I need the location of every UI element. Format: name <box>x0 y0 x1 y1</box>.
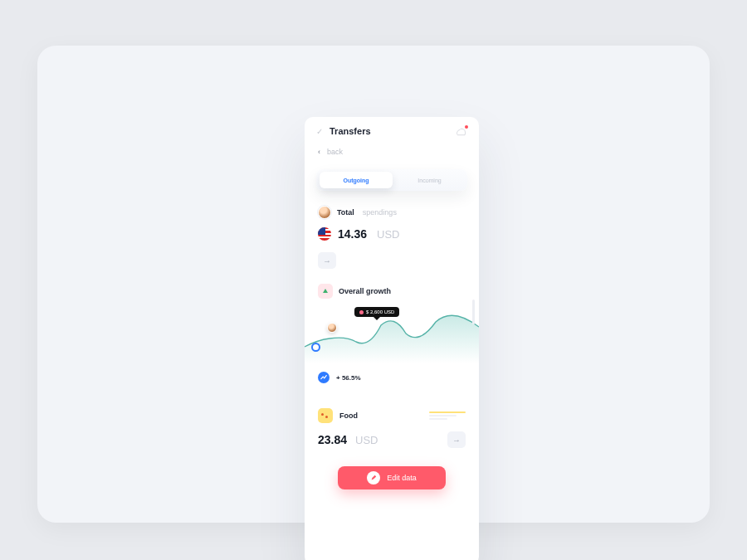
chevron-left-icon: ‹ <box>318 148 320 156</box>
food-icon <box>318 408 333 423</box>
arrow-right-icon: → <box>323 256 331 265</box>
food-amount-row: 23.84 USD → <box>305 423 479 448</box>
edit-data-button[interactable]: Edit data <box>338 466 446 489</box>
user-avatar <box>318 206 331 219</box>
chart-point <box>311 343 320 352</box>
tab-incoming[interactable]: Incoming <box>392 178 467 183</box>
notification-dot <box>465 125 468 129</box>
outer-panel: ✓ Transfers ‹ back Outgoing Incoming Tot… <box>37 46 710 523</box>
total-label: Total <box>337 208 354 217</box>
notification-icon[interactable] <box>456 126 467 136</box>
growth-section: Overall growth $ 2,600 USD <box>305 269 479 363</box>
food-label: Food <box>339 411 422 420</box>
edit-button-label: Edit data <box>387 474 417 482</box>
growth-chart: $ 2,600 USD <box>305 305 479 363</box>
phone-frame: ✓ Transfers ‹ back Outgoing Incoming Tot… <box>305 117 479 560</box>
chart-avatar <box>327 323 337 333</box>
arrow-button[interactable]: → <box>318 252 336 269</box>
tooltip-value: $ 2,600 USD <box>366 309 394 314</box>
tabs: Outgoing Incoming <box>316 169 467 191</box>
pencil-icon <box>367 471 380 485</box>
back-label: back <box>327 148 343 156</box>
us-flag-icon <box>318 227 331 241</box>
total-currency: USD <box>377 228 399 241</box>
total-sublabel: spendings <box>363 208 397 217</box>
trend-value: + 56.5% <box>336 374 361 382</box>
food-bars <box>429 411 466 420</box>
back-button[interactable]: ‹ back <box>305 136 479 156</box>
food-currency: USD <box>355 434 378 446</box>
growth-title: Overall growth <box>339 287 391 295</box>
header: ✓ Transfers <box>305 117 479 136</box>
food-arrow-button[interactable]: → <box>447 431 466 448</box>
scroll-indicator <box>472 299 475 324</box>
chart-tooltip: $ 2,600 USD <box>354 307 399 317</box>
food-section: Food <box>305 383 479 423</box>
tooltip-dot-icon <box>359 310 364 314</box>
food-amount: 23.84 <box>318 433 347 446</box>
check-icon: ✓ <box>316 127 323 136</box>
tab-outgoing[interactable]: Outgoing <box>320 172 393 188</box>
page-title: Transfers <box>330 126 449 136</box>
arrow-right-icon: → <box>452 436 461 445</box>
total-section: Total spendings 14.36 USD → <box>305 191 479 269</box>
total-amount: 14.36 <box>338 227 367 241</box>
growth-icon <box>318 284 333 299</box>
trend-up-icon <box>318 372 330 383</box>
trend-row: + 56.5% <box>305 363 479 383</box>
